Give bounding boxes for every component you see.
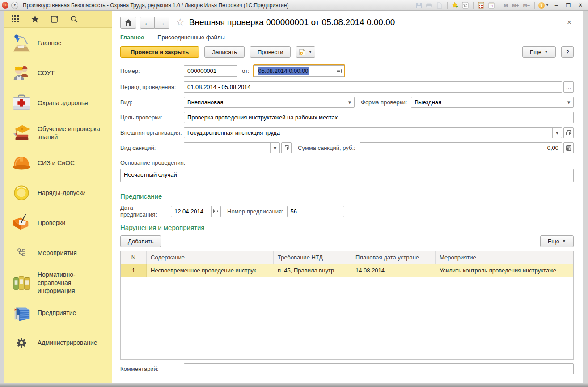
sidebar-item-obuchenie[interactable]: Обучение и проверка знаний — [4, 118, 112, 148]
date-calendar-button[interactable] — [334, 65, 344, 77]
sidebar-item-ohrana-zdorovya[interactable]: Охрана здоровья — [4, 88, 112, 118]
create-based-on-button[interactable]: ▼ — [296, 46, 315, 58]
sidebar-item-label: Администрирование — [38, 339, 97, 347]
prescription-number-input[interactable]: 56 — [287, 206, 344, 217]
system-menu-button[interactable]: ▼ — [11, 2, 18, 9]
form-close-icon[interactable]: ✕ — [567, 19, 574, 26]
inspection-clipboard-icon — [5, 213, 38, 233]
sidebar-item-nsi[interactable]: Нормативно-справочная информация — [4, 268, 112, 298]
sanction-sum-input[interactable]: 0,00 — [360, 142, 562, 153]
date-input[interactable]: 05.08.2014 0:00:00 — [254, 65, 334, 77]
chevron-down-icon[interactable]: ▾ — [345, 97, 354, 107]
table-header-row: N Содержание Требование НТД Плановая дат… — [121, 251, 573, 264]
prescription-date-input[interactable]: 12.04.2014 — [171, 206, 221, 217]
comment-input[interactable] — [184, 363, 574, 374]
table-more-button[interactable]: Еще▼ — [540, 235, 574, 247]
info-icon: i — [538, 2, 545, 9]
sanction-sum-calculator-button[interactable] — [563, 142, 574, 153]
forward-button[interactable]: → — [155, 17, 169, 29]
sidebar-toolbar — [4, 11, 112, 28]
field-label-form-type: Форма проверки: — [361, 99, 407, 106]
sidebar-item-sout[interactable]: СОУТ — [4, 58, 112, 88]
sidebar-item-siz[interactable]: СИЗ и СиОС — [4, 148, 112, 178]
apps-grid-icon[interactable] — [11, 15, 20, 24]
post-and-close-button[interactable]: Провести и закрыть — [120, 46, 199, 58]
document-clock-icon — [299, 49, 305, 55]
field-label-period: Период проведения: — [120, 84, 184, 90]
favorite-star-icon[interactable]: ☆ — [176, 17, 185, 28]
history-scroll-icon[interactable] — [50, 15, 59, 24]
sidebar-item-glavnoe[interactable]: Главное — [4, 28, 112, 58]
chevron-down-icon[interactable]: ▾ — [564, 97, 573, 107]
sidebar-item-proverki[interactable]: Проверки — [4, 208, 112, 238]
section-divider — [120, 188, 574, 188]
titlebar: 1С ▼ Производственная Безопасность - Охр… — [0, 0, 588, 11]
number-input[interactable]: 000000001 — [184, 65, 237, 77]
add-row-button[interactable]: Добавить — [120, 235, 161, 247]
desk-lamp-icon — [5, 33, 38, 53]
nav-buttons: ← → — [140, 17, 169, 29]
column-header-action[interactable]: Мероприятие — [436, 251, 573, 264]
save-icon — [415, 1, 423, 9]
column-header-planned-date[interactable]: Плановая дата устране... — [351, 251, 436, 264]
period-input[interactable]: 01.08.2014 - 05.08.2014 — [184, 81, 562, 93]
help-button[interactable]: ? — [561, 46, 574, 58]
arrow-left-icon: ← — [144, 19, 151, 26]
maximize-button[interactable]: ❒ — [563, 2, 573, 9]
chevron-down-icon: ▼ — [546, 3, 549, 7]
favorites-icon[interactable] — [461, 1, 470, 9]
post-button[interactable]: Провести — [250, 46, 291, 58]
print-preview-icon — [436, 1, 444, 9]
form-tabs: Главное Присоединенные файлы — [120, 32, 574, 42]
sidebar-item-label: Нормативно-справочная информация — [38, 271, 108, 295]
goal-input[interactable]: Проверка проведения инструктажей на рабо… — [184, 112, 574, 123]
memory-subtract-button[interactable]: M− — [522, 3, 531, 8]
print-icon — [425, 1, 433, 9]
add-favorite-icon[interactable] — [451, 1, 459, 9]
tab-glavnoe[interactable]: Главное — [120, 34, 144, 41]
favorites-star-icon[interactable] — [30, 15, 39, 24]
calculator-icon[interactable] — [477, 1, 485, 9]
open-item-icon — [284, 145, 289, 150]
column-header-ntd[interactable]: Требование НТД — [274, 251, 351, 264]
memory-add-button[interactable]: M+ — [511, 3, 520, 8]
sidebar-item-predpriyatie[interactable]: Предприятие — [4, 298, 112, 327]
column-header-content[interactable]: Содержание — [147, 251, 274, 264]
chevron-down-icon[interactable]: ▾ — [552, 128, 562, 138]
write-button[interactable]: Записать — [204, 46, 245, 58]
sidebar-item-meropriyatiya[interactable]: Мероприятия — [4, 238, 112, 268]
external-org-combobox[interactable]: Государственная инспекция труда ▾ — [184, 127, 562, 138]
cell-planned-date: 14.08.2014 — [351, 264, 436, 277]
sidebar-item-naryady[interactable]: Наряды-допуски — [4, 178, 112, 208]
building-icon — [5, 302, 38, 323]
violations-table: N Содержание Требование НТД Плановая дат… — [120, 251, 574, 360]
back-button[interactable]: ← — [140, 17, 155, 29]
minimize-button[interactable]: – — [551, 2, 561, 9]
calendar-grid-icon[interactable] — [211, 206, 220, 217]
close-button[interactable]: ✕ — [575, 2, 585, 9]
app-window: 1С ▼ Производственная Безопасность - Охр… — [0, 0, 588, 387]
section-header-prescription: Предписание — [120, 192, 574, 200]
info-menu-button[interactable]: i ▼ — [538, 2, 549, 9]
chevron-down-icon[interactable]: ▾ — [270, 143, 279, 153]
search-icon[interactable] — [70, 15, 79, 24]
cell-action: Усилить контроль проведения инструктаже.… — [436, 264, 573, 277]
basis-input[interactable]: Несчастный случай — [120, 169, 574, 182]
kind-combobox[interactable]: Внеплановая ▾ — [184, 97, 355, 108]
sanction-kind-open-button[interactable] — [281, 142, 292, 153]
table-row[interactable]: 1 Несвоевременное проведение инструк... … — [121, 264, 573, 277]
field-label-kind: Вид: — [120, 99, 184, 106]
tab-attached-files[interactable]: Присоединенные файлы — [157, 34, 225, 41]
period-select-button[interactable]: … — [563, 81, 574, 93]
sidebar-item-administrirovanie[interactable]: Администрирование — [4, 327, 112, 357]
external-org-open-button[interactable] — [563, 127, 574, 138]
field-label-goal: Цель проверки: — [120, 114, 184, 121]
sidebar-item-label: Обучение и проверка знаний — [38, 125, 108, 141]
memory-recall-button[interactable]: M — [503, 3, 509, 8]
column-header-n[interactable]: N — [121, 251, 147, 264]
home-button[interactable] — [120, 17, 136, 29]
calendar-icon[interactable]: 31 — [487, 1, 495, 9]
more-button[interactable]: Еще▼ — [522, 46, 556, 58]
form-type-combobox[interactable]: Выездная ▾ — [411, 97, 574, 108]
sanction-kind-combobox[interactable]: ▾ — [184, 142, 280, 153]
